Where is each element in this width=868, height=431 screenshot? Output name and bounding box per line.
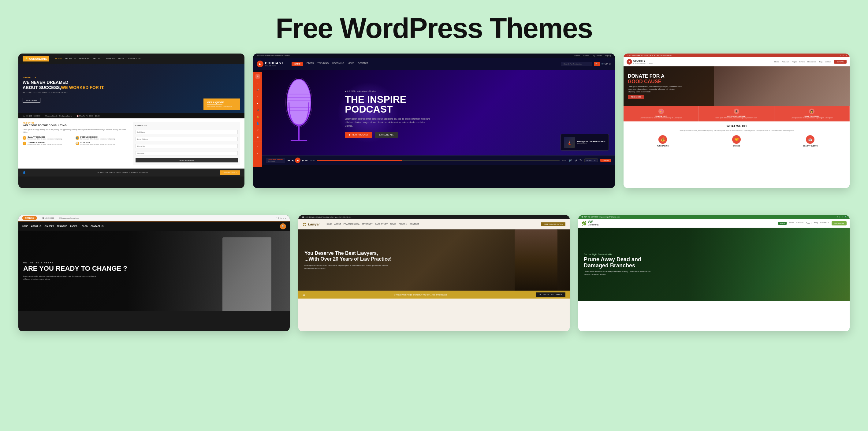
gardening-social-f[interactable]: f [837, 216, 837, 218]
podcast-support-link[interactable]: Support [574, 55, 580, 57]
podcast-queue-button[interactable]: QUEUE [600, 159, 611, 162]
charity-social-icon-4[interactable]: p [846, 55, 846, 56]
podcast-explore-button[interactable]: EXPLORE ALL [375, 132, 398, 138]
podcast-sidebar-heart[interactable]: ♥ [255, 101, 260, 105]
podcast-nav-home[interactable]: HOME [291, 62, 303, 66]
consulting-form-message[interactable] [135, 151, 238, 155]
podcast-nav-contact[interactable]: CONTACT [358, 62, 368, 66]
fitness-social-t[interactable]: ✈ [278, 217, 279, 219]
podcast-sidebar-mic[interactable]: 🎤 [255, 88, 260, 92]
gardening-search-icon[interactable]: 🔍 [845, 216, 846, 218]
charity-nav-contact[interactable]: Contact [825, 61, 831, 63]
gardening-theme-card[interactable]: ☎ (417) 792 1234-5670 • ✉ gardening1234@… [578, 215, 850, 331]
consulting-theme-card[interactable]: 💡 CONSULTING HOME ABOUT US SERVICES PROJ… [18, 54, 244, 188]
charity-nav-events[interactable]: Events [800, 61, 805, 63]
fitness-social-f[interactable]: f [276, 217, 277, 219]
fitness-nav-classes[interactable]: CLASSES [44, 225, 54, 227]
lawyer-nav-practice[interactable]: PRACTICE AREA [344, 223, 360, 225]
podcast-sidebar-chevron[interactable]: › [255, 144, 260, 149]
lawyer-nav-news[interactable]: NEWS [390, 223, 396, 225]
podcast-player-play-button[interactable]: ▶ [295, 157, 301, 163]
lawyer-nav-contact[interactable]: CONTACT [409, 223, 419, 225]
charity-nav-blog[interactable]: Blog [819, 61, 823, 63]
lawyer-consultation-button[interactable]: FREE CONSULTATION [541, 222, 565, 226]
fitness-nav-home[interactable]: HOME [22, 225, 28, 227]
charity-nav-home[interactable]: Home [774, 61, 779, 63]
podcast-quality-button[interactable]: QUALITY ▲ [584, 158, 598, 162]
charity-social-icon-3[interactable]: in [843, 55, 844, 56]
gardening-social-in[interactable]: in [842, 216, 843, 218]
fitness-search-button[interactable]: 🔍 [280, 223, 286, 229]
gardening-nav-blog[interactable]: Blog [814, 222, 818, 225]
podcast-sidebar-history[interactable]: ↺ [255, 128, 260, 132]
podcast-nav-upcoming[interactable]: UPCOMING [332, 62, 344, 66]
podcast-volume-icon[interactable]: 🔊 [569, 159, 572, 162]
podcast-sidebar-share[interactable]: ↗ [255, 94, 260, 99]
lawyer-nav-pages[interactable]: PAGES ▾ [399, 223, 407, 225]
fitness-social-a[interactable]: a [285, 217, 286, 219]
podcast-repeat-icon[interactable]: ↻ [580, 159, 582, 162]
podcast-nav-trending[interactable]: TRENDING [318, 62, 329, 66]
podcast-wishlist-link[interactable]: Wishlist [584, 55, 589, 57]
consulting-nav-pages[interactable]: PAGES ▾ [105, 58, 115, 60]
charity-social-icon-1[interactable]: f [838, 55, 839, 56]
consulting-nav-services[interactable]: SERVICES [79, 58, 90, 60]
charity-donate-button[interactable]: DONATE [834, 60, 846, 64]
charity-nav-about[interactable]: About Us [782, 61, 789, 63]
consulting-form-email[interactable] [135, 137, 238, 141]
podcast-sidebar-lock[interactable]: 🔒 [255, 115, 260, 119]
charity-social-icon-2[interactable]: t [840, 55, 841, 56]
consulting-nav-contact[interactable]: CONTACT US [127, 58, 141, 60]
fitness-nav-blog[interactable]: BLOG [82, 225, 88, 227]
gardening-nav-services[interactable]: Services [797, 222, 803, 225]
podcast-sidebar-home[interactable]: ⊞ [255, 74, 260, 79]
charity-nav-pages[interactable]: Pages [792, 61, 797, 63]
consulting-send-button[interactable]: SEND MESSAGE [135, 158, 238, 162]
podcast-sidebar-list[interactable]: ☰ [255, 135, 260, 139]
gardening-nav-about[interactable]: About [789, 222, 794, 225]
gardening-nav-contact[interactable]: Contact Us [820, 222, 830, 225]
consulting-nav-about[interactable]: ABOUT US [65, 58, 76, 60]
podcast-search-button[interactable]: 🔍 [594, 62, 600, 66]
lawyer-nav-attorney[interactable]: ATTORNEY [362, 223, 373, 225]
fitness-nav-pages[interactable]: PAGES ▾ [70, 225, 79, 227]
podcast-search-input[interactable] [561, 62, 592, 66]
podcast-skip-back-button[interactable]: ⏮ [288, 159, 290, 162]
podcast-skip-fwd-button[interactable]: ⏭ [305, 159, 308, 162]
podcast-nav-pages[interactable]: PAGES [307, 62, 314, 66]
fitness-nav-about[interactable]: ABOUT US [31, 225, 41, 227]
podcast-sidebar-music[interactable]: ♪ [255, 81, 260, 85]
podcast-sidebar-list2[interactable]: ≡ [255, 151, 260, 155]
fitness-nav-contact[interactable]: CONTACT US [91, 225, 103, 227]
lawyer-nav-case[interactable]: CASE STUDY [375, 223, 388, 225]
podcast-cart[interactable]: 🛒 Cart (2) [601, 63, 611, 65]
podcast-next-button[interactable]: ▶ [302, 159, 304, 162]
gardening-nav-home[interactable]: Home [778, 222, 786, 225]
podcast-progress-bar[interactable] [317, 160, 560, 161]
gardening-get-quote-button[interactable]: Get A Quote [832, 221, 846, 225]
fitness-nav-trainers[interactable]: TRAINERS [57, 225, 67, 227]
podcast-theme-card[interactable]: Welcome To MainCast Premium WP Theme! Su… [253, 54, 615, 188]
consulting-logo[interactable]: 💡 CONSULTING [23, 56, 49, 61]
fitness-social-p[interactable]: p [283, 217, 284, 219]
podcast-shuffle-icon[interactable]: ⇄ [575, 159, 577, 162]
consulting-form-name[interactable] [135, 130, 238, 134]
gardening-nav-pages[interactable]: Page ▾ [806, 222, 812, 225]
podcast-account-link[interactable]: My Account [593, 55, 601, 57]
fitness-social-in[interactable]: in [281, 217, 282, 219]
podcast-play-button[interactable]: ▶ PLAY PODCAST [345, 132, 372, 138]
consulting-nav-home[interactable]: HOME [55, 58, 62, 60]
podcast-sidebar-headphones[interactable]: 🎧 [255, 108, 260, 112]
consulting-form-phone[interactable] [135, 144, 238, 148]
charity-read-more-button[interactable]: READ MORE [628, 95, 644, 99]
podcast-prev-button[interactable]: ◀ [291, 159, 293, 162]
lawyer-cta-button[interactable]: GET FREE CONSULTATION [536, 293, 565, 297]
consulting-nav-project[interactable]: PROJECT [93, 58, 103, 60]
podcast-nav-news[interactable]: NEWS [348, 62, 354, 66]
fitness-theme-card[interactable]: FITNESS ☎ 1234567890 ✉ fitnessclass@gmai… [18, 215, 290, 331]
consulting-nav-blog[interactable]: BLOG [118, 58, 124, 60]
podcast-sidebar-user[interactable]: 👤 [255, 121, 260, 126]
charity-theme-card[interactable]: 12345, Lorem street 5555 • +01 234 56 56… [624, 54, 850, 188]
charity-nav-resources[interactable]: Resources [807, 61, 816, 63]
lawyer-theme-card[interactable]: ☎ +123 456 Wk • ✉ info@Your Link USA • M… [298, 215, 570, 331]
